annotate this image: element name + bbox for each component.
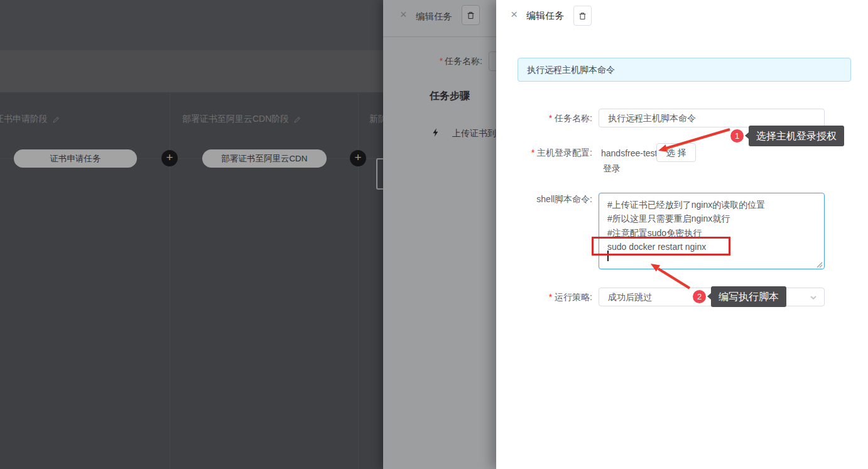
choose-host-button[interactable]: 选 择 (656, 143, 696, 162)
annotation-badge-2: 2 (693, 290, 706, 303)
task-step-item[interactable]: 上传证书到主 (452, 128, 496, 139)
stage-title-2: 部署证书至阿里云CDN阶段 (182, 114, 301, 125)
task-name-label: *任务名称: (383, 56, 482, 67)
host-config-label: *主机登录配置: (496, 143, 592, 162)
task-name-input[interactable]: 执行远程主机脚本命令 (599, 109, 825, 127)
task-type-info-alert: 执行远程主机脚本命令 (518, 58, 851, 82)
task-name-label: *任务名称: (496, 109, 592, 127)
edit-task-drawer: × 编辑任务 执行远程主机脚本命令 *任务名称: 执行远程主机脚本命令 *主机登… (496, 0, 868, 469)
drawer-title: 编辑任务 (416, 11, 452, 23)
shell-script-label: shell脚本命令: (496, 190, 592, 208)
edit-pencil-icon[interactable] (293, 116, 301, 124)
trash-icon (578, 11, 587, 21)
drawer-title: 编辑任务 (526, 10, 564, 22)
required-mark: * (549, 113, 552, 123)
stage-divider (170, 92, 170, 469)
chevron-down-icon (809, 293, 818, 302)
label-text: 运行策略: (555, 292, 592, 302)
select-value: 成功后跳过 (608, 292, 652, 302)
drawer-header: × 编辑任务 (383, 0, 496, 37)
label-text: 主机登录配置: (537, 148, 592, 158)
required-mark: * (440, 56, 443, 66)
label-text: shell脚本命令: (536, 194, 592, 204)
run-strategy-label: *运行策略: (496, 288, 592, 306)
trash-icon (466, 11, 475, 20)
close-icon[interactable]: × (511, 8, 518, 21)
required-mark: * (531, 148, 534, 158)
annotation-badge-1: 1 (730, 129, 744, 143)
stage-divider (358, 92, 359, 469)
task-name-input[interactable]: 上 (489, 51, 496, 71)
task-steps-heading: 任务步骤 (430, 90, 470, 103)
add-task-button[interactable]: + (350, 150, 366, 166)
highlight-box-sudo-command (592, 237, 730, 256)
annotation-tooltip-2: 编写执行脚本 (711, 286, 786, 307)
annotation-tooltip-1: 选择主机登录授权 (749, 126, 844, 146)
host-config-value-wrap: 登录 (603, 163, 621, 175)
screen: 证书申请阶段 部署证书至阿里云CDN阶段 新阶段 证书申请任务 部署证书至阿里云… (0, 0, 868, 469)
required-mark: * (549, 292, 552, 302)
task-pill-cert-apply[interactable]: 证书申请任务 (14, 149, 137, 168)
delete-task-button[interactable] (573, 6, 592, 26)
lightning-icon (431, 127, 441, 138)
delete-task-button[interactable] (462, 5, 480, 25)
add-task-button[interactable]: + (161, 150, 178, 166)
label-text: 任务名称: (555, 113, 592, 123)
host-config-value: handsfree-test (601, 148, 658, 158)
stage-title-1: 证书申请阶段 (0, 114, 60, 125)
close-icon[interactable]: × (400, 8, 407, 21)
edit-pencil-icon[interactable] (52, 116, 60, 124)
label-text: 任务名称: (445, 56, 482, 66)
task-pill-deploy-cdn[interactable]: 部署证书至阿里云CDN (202, 149, 327, 168)
textarea-resize-handle[interactable] (815, 261, 823, 268)
edit-task-drawer-behind: × 编辑任务 *任务名称: 上 任务步骤 上传证书到主 (383, 0, 496, 469)
stage-title-text: 证书申请阶段 (0, 114, 48, 125)
stage-title-text: 部署证书至阿里云CDN阶段 (182, 114, 289, 125)
shell-script-textarea[interactable]: #上传证书已经放到了nginx的读取的位置 #所以这里只需要重启nginx就行 … (599, 193, 825, 269)
